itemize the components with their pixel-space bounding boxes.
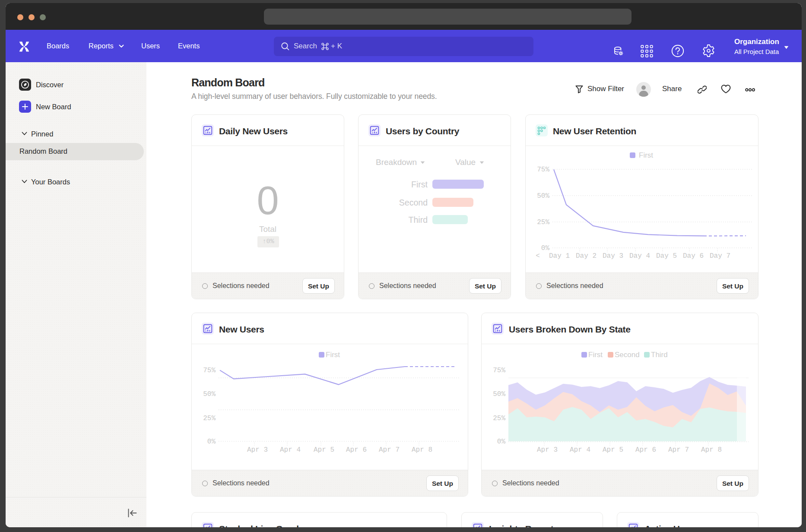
svg-text:75%: 75% — [493, 367, 505, 374]
svg-text:Apr 7: Apr 7 — [379, 446, 400, 454]
svg-text:Apr 4: Apr 4 — [570, 446, 590, 454]
svg-text:Apr 5: Apr 5 — [314, 446, 334, 454]
svg-text:Apr 5: Apr 5 — [603, 446, 623, 454]
svg-text:Apr 3: Apr 3 — [247, 446, 268, 454]
svg-text:Apr 6: Apr 6 — [635, 446, 656, 454]
svg-text:Apr 3: Apr 3 — [537, 446, 558, 454]
svg-text:50%: 50% — [203, 390, 216, 398]
svg-text:50%: 50% — [493, 390, 505, 398]
svg-text:Day 7: Day 7 — [710, 252, 730, 260]
svg-text:0%: 0% — [207, 438, 216, 446]
svg-text:0%: 0% — [541, 244, 550, 252]
svg-text:Apr 8: Apr 8 — [412, 446, 432, 454]
svg-text:25%: 25% — [203, 415, 216, 422]
svg-text:Day 3: Day 3 — [603, 252, 623, 260]
svg-text:25%: 25% — [493, 415, 505, 422]
svg-text:Apr 7: Apr 7 — [668, 446, 689, 454]
svg-text:50%: 50% — [537, 192, 549, 200]
svg-text:Apr 4: Apr 4 — [280, 446, 301, 454]
svg-text:<: < — [536, 252, 540, 260]
svg-text:Apr 8: Apr 8 — [701, 446, 722, 454]
svg-text:Day 1: Day 1 — [549, 252, 570, 260]
svg-text:25%: 25% — [537, 218, 549, 226]
svg-text:75%: 75% — [537, 166, 549, 174]
svg-text:Day 6: Day 6 — [683, 252, 704, 260]
svg-text:Day 5: Day 5 — [656, 252, 677, 260]
svg-text:75%: 75% — [203, 367, 216, 374]
svg-text:Day 4: Day 4 — [629, 252, 650, 260]
svg-text:Day 2: Day 2 — [576, 252, 597, 260]
svg-text:0%: 0% — [497, 438, 506, 446]
svg-text:Apr 6: Apr 6 — [346, 446, 367, 454]
